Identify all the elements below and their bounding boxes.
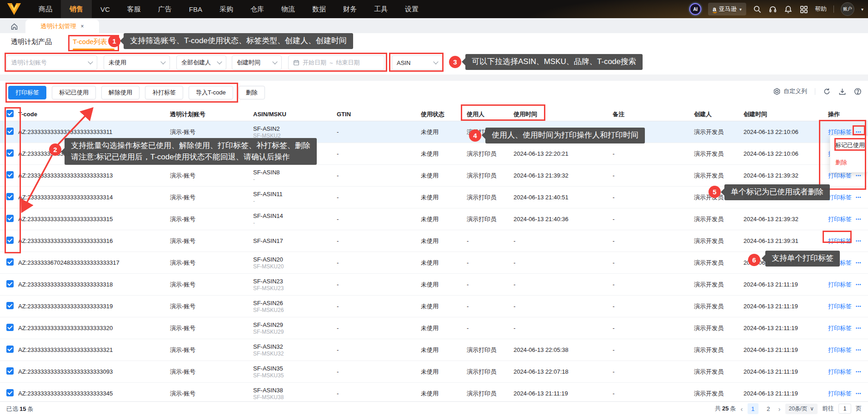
- row-checkbox[interactable]: [0, 258, 18, 267]
- refresh-icon[interactable]: [823, 88, 831, 95]
- menu-item-delete[interactable]: 删除: [830, 156, 868, 169]
- print-label-link[interactable]: 打印标签: [828, 302, 852, 311]
- nav-menu-item[interactable]: 设置: [396, 0, 427, 18]
- more-actions-icon[interactable]: •••: [856, 173, 861, 178]
- row-checkbox[interactable]: [0, 128, 18, 136]
- nav-menu-item[interactable]: VC: [92, 0, 119, 18]
- bulk-action-button[interactable]: 补打标签: [145, 86, 183, 99]
- nav-menu-item[interactable]: 采购: [211, 0, 242, 18]
- filter-creator-select[interactable]: 全部创建人: [176, 55, 226, 70]
- checkbox-checked-icon[interactable]: [6, 128, 14, 135]
- nav-menu-item[interactable]: 数据: [304, 0, 334, 18]
- page-button-2[interactable]: 2: [763, 403, 774, 414]
- nav-menu-item[interactable]: FBA: [180, 0, 211, 18]
- download-export-icon[interactable]: [838, 88, 846, 95]
- row-checkbox[interactable]: [0, 367, 18, 376]
- checkbox-checked-icon[interactable]: [6, 215, 14, 222]
- more-actions-icon[interactable]: •••: [856, 282, 861, 287]
- print-label-link[interactable]: 打印标签: [828, 368, 852, 376]
- headset-support-icon[interactable]: [768, 5, 777, 14]
- home-button[interactable]: [7, 21, 21, 32]
- more-actions-icon[interactable]: •••: [856, 370, 861, 374]
- checkbox-checked-icon[interactable]: [6, 171, 14, 178]
- more-actions-icon[interactable]: •••: [856, 239, 861, 243]
- checkbox-checked-icon[interactable]: [6, 237, 14, 244]
- print-label-link[interactable]: 打印标签: [828, 390, 852, 398]
- print-label-link[interactable]: 打印标签: [828, 172, 852, 180]
- page-button-1[interactable]: 1: [748, 403, 758, 414]
- close-tab-icon[interactable]: ×: [80, 23, 84, 30]
- row-checkbox[interactable]: [0, 280, 18, 289]
- help-circle-icon[interactable]: [854, 88, 862, 95]
- print-label-link[interactable]: 打印标签: [828, 346, 852, 354]
- account-button[interactable]: 账户: [841, 2, 854, 16]
- nav-menu-item[interactable]: 仓库: [242, 0, 273, 18]
- print-label-link[interactable]: 打印标签: [828, 193, 852, 202]
- bulk-action-button[interactable]: 解除使用: [101, 86, 140, 99]
- row-checkbox[interactable]: [0, 215, 18, 223]
- checkbox-checked-icon[interactable]: [6, 193, 14, 200]
- print-label-link[interactable]: 打印标签: [828, 281, 852, 289]
- print-label-link[interactable]: 打印标签: [828, 324, 852, 332]
- row-checkbox[interactable]: [0, 171, 18, 180]
- print-label-link[interactable]: 打印标签: [828, 128, 852, 136]
- nav-menu-item[interactable]: 财务: [334, 0, 365, 18]
- nav-menu-item[interactable]: 商品: [30, 0, 61, 18]
- row-checkbox[interactable]: [0, 389, 18, 398]
- checkbox-checked-icon[interactable]: [6, 110, 14, 117]
- more-actions-icon[interactable]: •••: [856, 261, 861, 265]
- row-checkbox[interactable]: [0, 346, 18, 354]
- search-icon[interactable]: [753, 5, 762, 14]
- more-actions-icon[interactable]: •••: [856, 130, 861, 134]
- bulk-action-button[interactable]: 打印标签: [8, 86, 46, 99]
- row-checkbox[interactable]: [0, 302, 18, 311]
- help-link[interactable]: 帮助: [815, 5, 827, 13]
- more-actions-icon[interactable]: •••: [856, 217, 861, 222]
- apps-grid-icon[interactable]: [799, 5, 808, 14]
- notifications-bell-icon[interactable]: [784, 5, 793, 14]
- more-actions-icon[interactable]: •••: [856, 391, 861, 396]
- marketplace-selector[interactable]: a 亚马逊 ▾: [708, 3, 746, 15]
- checkbox-checked-icon[interactable]: [6, 258, 14, 266]
- chevron-down-icon[interactable]: ▾: [861, 7, 863, 12]
- checkbox-checked-icon[interactable]: [6, 302, 14, 309]
- nav-menu-item[interactable]: 客服: [119, 0, 150, 18]
- tab-transparency-products[interactable]: 透明计划产品: [11, 38, 52, 46]
- select-all-checkbox[interactable]: [0, 110, 18, 119]
- nav-menu-item[interactable]: 物流: [273, 0, 304, 18]
- row-checkbox[interactable]: [0, 324, 18, 332]
- bulk-action-button[interactable]: 标记已使用: [52, 86, 96, 99]
- checkbox-checked-icon[interactable]: [6, 367, 14, 375]
- more-actions-icon[interactable]: •••: [856, 348, 861, 352]
- more-actions-icon[interactable]: •••: [856, 304, 861, 309]
- checkbox-checked-icon[interactable]: [6, 280, 14, 287]
- checkbox-checked-icon[interactable]: [6, 389, 14, 396]
- filter-time-type-select[interactable]: 创建时间: [232, 55, 282, 70]
- open-tab-transparency-plan[interactable]: 透明计划管理 ×: [25, 20, 99, 33]
- filter-account-select[interactable]: 透明计划账号: [6, 55, 97, 70]
- more-actions-icon[interactable]: •••: [856, 195, 861, 200]
- bulk-action-button[interactable]: 导入T-code: [189, 86, 233, 99]
- prev-page-icon[interactable]: ‹: [741, 405, 743, 413]
- filter-search-type-select[interactable]: ASIN: [392, 55, 443, 70]
- more-actions-icon[interactable]: •••: [856, 326, 861, 331]
- checkbox-checked-icon[interactable]: [6, 324, 14, 331]
- print-label-link[interactable]: 打印标签: [828, 215, 852, 223]
- filter-status-select[interactable]: 未使用: [104, 55, 170, 70]
- menu-item-mark-used[interactable]: 标记已使用: [830, 139, 868, 152]
- checkbox-checked-icon[interactable]: [6, 346, 14, 353]
- ai-assistant-button[interactable]: AI: [689, 3, 701, 15]
- nav-menu-item[interactable]: 销售: [61, 0, 92, 18]
- bulk-action-button[interactable]: 删除: [239, 86, 265, 99]
- customize-columns-button[interactable]: 自定义列: [773, 87, 807, 95]
- next-page-icon[interactable]: ›: [778, 405, 781, 413]
- page-size-select[interactable]: 20条/页 ∨: [785, 404, 818, 414]
- goto-page-input[interactable]: 1: [838, 404, 851, 414]
- nav-menu-item[interactable]: 工具: [365, 0, 396, 18]
- row-checkbox[interactable]: [0, 237, 18, 245]
- row-checkbox[interactable]: [0, 193, 18, 202]
- filter-date-range[interactable]: 开始日期 ~ 结束日期: [288, 55, 384, 70]
- print-label-link[interactable]: 打印标签: [828, 237, 852, 245]
- nav-menu-item[interactable]: 广告: [150, 0, 180, 18]
- tab-tcode-list[interactable]: T-code列表: [73, 38, 107, 46]
